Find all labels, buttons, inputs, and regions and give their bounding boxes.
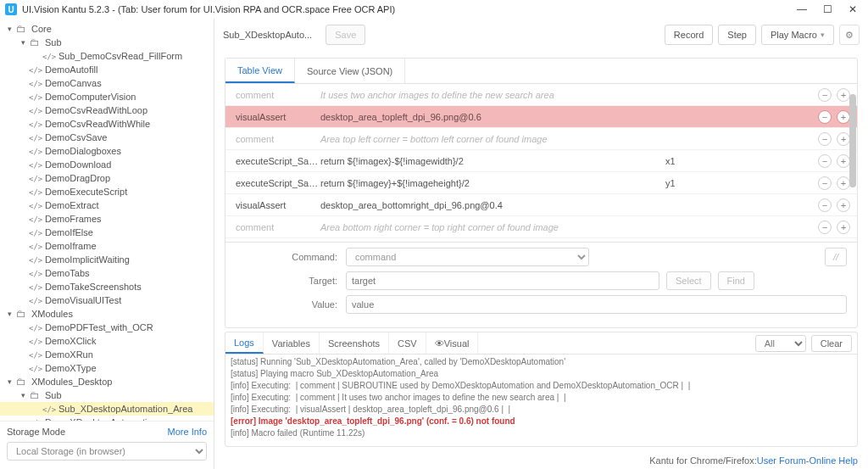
tree-macro[interactable]: DemoIfElse — [0, 226, 214, 239]
clear-log-button[interactable]: Clear — [811, 335, 852, 352]
command-row[interactable]: commentArea bottom right corner = top ri… — [225, 216, 857, 238]
tree-macro[interactable]: DemoXClick — [0, 334, 214, 348]
remove-row-icon[interactable]: − — [818, 110, 832, 124]
code-icon — [29, 282, 41, 292]
command-target: desktop_area_topleft_dpi_96.png@0.6 — [320, 112, 665, 122]
record-button[interactable]: Record — [665, 25, 713, 45]
remove-row-icon[interactable]: − — [818, 176, 832, 190]
tree-macro[interactable]: DemoIframe — [0, 239, 214, 253]
command-target: It uses two anchor images to define the … — [320, 90, 665, 100]
tree-macro[interactable]: DemoCanvas — [0, 76, 214, 90]
toolbar: Sub_XDesktopAuto... Save Record Step Pla… — [214, 19, 868, 51]
tree-macro[interactable]: DemoVisualUITest — [0, 293, 214, 307]
tree-macro[interactable]: DemoFrames — [0, 212, 214, 226]
command-row[interactable]: commentIt uses two anchor images to defi… — [225, 84, 857, 106]
folder-icon — [29, 36, 41, 48]
value-input[interactable] — [346, 295, 847, 314]
code-icon — [29, 187, 41, 197]
tree-folder[interactable]: ▾XModules — [0, 307, 214, 321]
tree-item-label: DemoFrames — [45, 214, 102, 224]
tree-macro[interactable]: DemoXType — [0, 361, 214, 375]
tab-logs[interactable]: Logs — [225, 332, 264, 354]
tree-folder[interactable]: ▾Sub — [0, 388, 214, 402]
play-macro-button[interactable]: Play Macro — [761, 25, 834, 45]
tab-table-view[interactable]: Table View — [225, 59, 295, 83]
online-help-link[interactable]: Online Help — [810, 455, 858, 466]
code-icon — [42, 51, 54, 61]
find-button[interactable]: Find — [718, 271, 754, 290]
code-icon — [29, 173, 41, 183]
tab-visual[interactable]: 👁Visual — [426, 332, 479, 354]
tree-macro[interactable]: DemoDragDrop — [0, 171, 214, 185]
log-filter-select[interactable]: All — [755, 335, 806, 352]
minimize-icon[interactable]: — — [795, 3, 809, 15]
more-info-link[interactable]: More Info — [168, 427, 207, 437]
tab-csv[interactable]: CSV — [389, 332, 426, 354]
code-icon — [29, 322, 41, 332]
tree-item-label: DemoIfElse — [45, 227, 93, 237]
command-row[interactable]: visualAssertdesktop_area_topleft_dpi_96.… — [225, 106, 857, 128]
macro-tree[interactable]: ▾Core▾SubSub_DemoCsvRead_FillFormDemoAut… — [0, 19, 214, 421]
remove-row-icon[interactable]: − — [818, 88, 832, 102]
tree-macro[interactable]: DemoPDFTest_with_OCR — [0, 321, 214, 334]
tree-macro[interactable]: DemoDownload — [0, 158, 214, 171]
settings-icon[interactable]: ⚙ — [839, 25, 860, 45]
tree-macro[interactable]: DemoCsvReadWithWhile — [0, 117, 214, 131]
window-title: UI.Vision Kantu 5.2.3 - (Tab: User forum… — [22, 4, 795, 14]
tree-macro[interactable]: DemoAutofill — [0, 63, 214, 76]
tree-macro[interactable]: DemoTakeScreenshots — [0, 280, 214, 293]
tree-macro[interactable]: DemoTabs — [0, 266, 214, 280]
maximize-icon[interactable]: ☐ — [821, 3, 834, 15]
tree-macro[interactable]: DemoCsvReadWithLoop — [0, 103, 214, 117]
log-output[interactable]: [status] Running 'Sub_XDesktopAutomation… — [225, 355, 857, 446]
user-forum-link[interactable]: User Forum — [757, 455, 806, 466]
tab-variables[interactable]: Variables — [264, 332, 320, 354]
tree-macro[interactable]: DemoImplicitWaiting — [0, 253, 214, 266]
tree-item-label: DemoComputerVision — [45, 92, 136, 102]
save-button[interactable]: Save — [326, 25, 365, 45]
command-row[interactable]: commentArea top left corner = bottom lef… — [225, 128, 857, 150]
tree-item-label: DemoImplicitWaiting — [45, 254, 130, 265]
tree-item-label: Sub — [45, 37, 62, 47]
tree-folder[interactable]: ▾XModules_Desktop — [0, 375, 214, 388]
step-button[interactable]: Step — [718, 25, 756, 45]
remove-row-icon[interactable]: − — [818, 198, 832, 212]
select-button[interactable]: Select — [666, 271, 711, 290]
command-row[interactable]: executeScript_San...return ${!imagex}-${… — [225, 150, 857, 172]
command-table[interactable]: commentIt uses two anchor images to defi… — [225, 84, 857, 242]
tree-macro[interactable]: DemoXRun — [0, 348, 214, 361]
tree-item-label: DemoIframe — [45, 241, 97, 251]
remove-row-icon[interactable]: − — [818, 154, 832, 168]
tree-macro[interactable]: DemoComputerVision — [0, 90, 214, 103]
code-icon — [29, 159, 41, 170]
remove-row-icon[interactable]: − — [818, 221, 832, 234]
tab-screenshots[interactable]: Screenshots — [320, 332, 389, 354]
tree-macro[interactable]: Sub_XDesktopAutomation_Area — [0, 402, 214, 416]
storage-mode-panel: Storage Mode More Info Local Storage (in… — [0, 421, 214, 469]
command-row[interactable]: executeScript_San...return ${!imagey}+${… — [225, 172, 857, 194]
command-select[interactable]: command — [346, 248, 589, 266]
tree-macro[interactable]: DemoCsvSave — [0, 131, 214, 144]
command-name: executeScript_San... — [236, 178, 320, 188]
tree-folder[interactable]: ▾Core — [0, 22, 214, 36]
scrollbar-thumb[interactable] — [849, 94, 856, 187]
tree-item-label: DemoExtract — [45, 200, 99, 210]
tree-macro[interactable]: DemoExecuteScript — [0, 185, 214, 198]
tree-item-label: Sub — [45, 390, 62, 400]
tree-folder[interactable]: ▾Sub — [0, 36, 214, 49]
target-input[interactable] — [346, 271, 659, 290]
remove-row-icon[interactable]: − — [818, 132, 832, 146]
command-label: Command: — [236, 252, 346, 262]
comment-toggle-button[interactable]: // — [825, 248, 847, 266]
tree-macro[interactable]: Sub_DemoCsvRead_FillForm — [0, 49, 214, 63]
command-name: visualAssert — [236, 200, 320, 210]
command-row[interactable]: visualAssertdesktop_area_bottomright_dpi… — [225, 194, 857, 216]
tree-macro[interactable]: DemoDialogboxes — [0, 144, 214, 158]
command-row[interactable]: executeScript_San...return ${!imagex}+${… — [225, 238, 857, 242]
tree-item-label: DemoCanvas — [45, 78, 102, 88]
close-icon[interactable]: ✕ — [846, 3, 860, 15]
tree-macro[interactable]: DemoExtract — [0, 198, 214, 212]
folder-icon — [15, 308, 27, 320]
storage-mode-select[interactable]: Local Storage (in browser) — [7, 442, 207, 461]
tab-source-view[interactable]: Source View (JSON) — [295, 59, 405, 83]
